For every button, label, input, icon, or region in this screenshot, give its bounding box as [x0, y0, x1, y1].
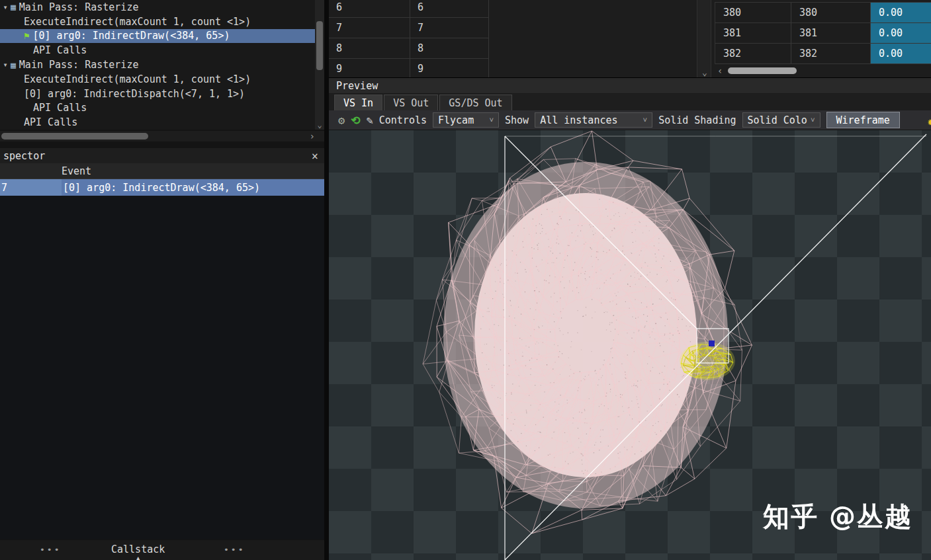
index-cell: 380: [791, 3, 871, 22]
pass-marker-icon: ▦: [11, 60, 16, 70]
event-tree-row-label: Main Pass: Rasterize: [19, 59, 139, 71]
event-tree-row[interactable]: ▾▦Main Pass: Rasterize: [0, 58, 315, 72]
tab-vs-in[interactable]: VS In: [334, 95, 382, 110]
scroll-right-icon[interactable]: ›: [310, 131, 315, 141]
table-cell: 7: [329, 18, 410, 38]
index-cell: 382: [791, 44, 871, 63]
vertex-table-left: 66778899: [329, 0, 489, 78]
index-cell: 380: [715, 3, 791, 22]
settings-gear-icon[interactable]: ⚙: [338, 110, 345, 130]
index-cell: 381: [791, 23, 871, 43]
inspector-selected-row[interactable]: 7 [0] arg0: IndirectDraw(<384, 65>): [0, 179, 324, 196]
chevron-down-icon: ˅: [808, 116, 815, 124]
table-row[interactable]: 3803800.00: [715, 3, 931, 23]
controls-dropdown[interactable]: Flycam ˅: [433, 112, 499, 128]
value-cell: 0.00: [871, 44, 931, 63]
event-tree: ▾▦Main Pass: RasterizeExecuteIndirect(ma…: [0, 0, 315, 130]
table-row[interactable]: 88: [329, 38, 488, 59]
tab-callstack[interactable]: Callstack: [111, 543, 165, 555]
event-tree-row[interactable]: API Calls: [0, 43, 315, 58]
preview-panel-title: Preview: [329, 78, 931, 94]
table-vscrollbar[interactable]: ⌄: [697, 0, 711, 78]
event-tree-row-label: Main Pass: Rasterize: [19, 1, 139, 13]
preview-title-text: Preview: [336, 80, 378, 92]
value-cell: 0.00: [871, 3, 931, 22]
table-cell: 8: [329, 38, 410, 58]
mesh-viewer-panel: 66778899 ⌄ 3803800.003813810.003823820.0…: [329, 0, 931, 560]
shading-dropdown[interactable]: Solid Colo ˅: [742, 112, 820, 128]
event-tree-row-label: [0] arg0: IndirectDispatch(<7, 1, 1>): [24, 88, 245, 100]
shading-label: Solid Shading: [658, 114, 736, 126]
scrollbar-thumb[interactable]: [728, 67, 797, 74]
current-event-flag-icon: ⚑: [24, 30, 29, 41]
inspector-title: spector: [3, 150, 45, 162]
value-cell: 0.00: [871, 23, 931, 43]
event-tree-hscrollbar[interactable]: ›: [0, 131, 324, 141]
show-label: Show: [505, 114, 529, 126]
dock-up-arrow-icon: ▲: [136, 555, 140, 560]
watermark-text: 知乎 @丛越: [763, 499, 912, 535]
inspector-title-bar: spector ×: [0, 148, 324, 163]
dock-tab-bar: ••• Callstack ▲ •••: [0, 540, 324, 560]
inspector-header-row: Event: [0, 163, 324, 179]
tab-vs-out[interactable]: VS Out: [384, 95, 438, 110]
index-cell: 381: [715, 23, 791, 43]
event-tree-row[interactable]: [0] arg0: IndirectDispatch(<7, 1, 1>): [0, 87, 315, 101]
event-tree-row[interactable]: ▾▦Main Pass: Rasterize: [0, 0, 315, 15]
event-eid: 7: [0, 179, 62, 196]
event-tree-row[interactable]: ExecuteIndirect(maxCount 1, count <1>): [0, 15, 315, 29]
scroll-left-icon[interactable]: ‹: [717, 65, 723, 76]
table-cell: 6: [329, 0, 410, 17]
reset-camera-icon[interactable]: ⟲: [351, 110, 360, 130]
table-cell: 9: [410, 59, 488, 78]
event-tree-vscrollbar[interactable]: ⌄: [315, 0, 324, 130]
scroll-down-icon[interactable]: ⌄: [315, 120, 324, 130]
tree-expand-icon: ▾: [0, 3, 11, 12]
table-row[interactable]: 3813810.00: [715, 23, 931, 44]
pick-element-icon[interactable]: ✎: [367, 110, 373, 130]
show-dropdown[interactable]: All instances ˅: [535, 112, 652, 128]
table-row[interactable]: 3823820.00: [715, 44, 931, 64]
wireframe-toggle-button[interactable]: Wireframe: [826, 112, 900, 128]
preview-viewport[interactable]: 知乎 @丛越: [329, 130, 931, 560]
star-icon[interactable]: ✹: [928, 114, 931, 128]
panel-splitter[interactable]: [324, 0, 329, 560]
scroll-down-icon[interactable]: ⌄: [697, 67, 712, 77]
event-label: [0] arg0: IndirectDraw(<384, 65>): [62, 182, 260, 194]
event-tree-row-label: ExecuteIndirect(maxCount 1, count <1>): [24, 73, 251, 85]
table-row[interactable]: 99: [329, 59, 488, 78]
event-column-header: Event: [62, 165, 91, 177]
index-cell: 382: [715, 44, 791, 63]
tree-expand-icon: ▾: [0, 60, 11, 69]
mesh-preview-canvas[interactable]: [329, 130, 931, 560]
event-tree-row[interactable]: ⚑[0] arg0: IndirectDraw(<384, 65>): [0, 29, 315, 44]
buffer-tables: 66778899 ⌄ 3803800.003813810.003823820.0…: [329, 0, 931, 78]
vertex-table-right: 3803800.003813810.003823820.00: [715, 2, 931, 64]
table-row[interactable]: 77: [329, 18, 488, 38]
event-tree-row-label: [0] arg0: IndirectDraw(<384, 65>): [32, 30, 230, 42]
controls-dropdown-value: Flycam: [438, 114, 474, 126]
dock-handle-dots[interactable]: •••: [40, 545, 61, 555]
table-cell: 7: [410, 18, 488, 38]
tab-gs-ds-out[interactable]: GS/DS Out: [439, 95, 511, 110]
dock-handle-dots[interactable]: •••: [224, 545, 245, 555]
preview-toolbar: ⚙ ⟲ ✎ Controls Flycam ˅ Show All instanc…: [329, 110, 931, 130]
table-hscrollbar[interactable]: ‹: [715, 65, 931, 76]
table-cell: 9: [329, 59, 410, 78]
table-row[interactable]: 66: [329, 0, 488, 18]
table-cell: 6: [410, 0, 488, 17]
scrollbar-thumb[interactable]: [316, 21, 323, 70]
controls-label: Controls: [379, 114, 427, 126]
event-tree-row[interactable]: API Calls: [0, 101, 315, 116]
close-icon[interactable]: ×: [312, 149, 318, 163]
preview-tabs: VS InVS OutGS/DS Out: [329, 94, 931, 110]
event-tree-row[interactable]: API Calls: [0, 115, 315, 130]
event-tree-row-label: API Calls: [33, 102, 87, 114]
show-dropdown-value: All instances: [540, 114, 617, 126]
event-tree-row[interactable]: ExecuteIndirect(maxCount 1, count <1>): [0, 72, 315, 87]
chevron-down-icon: ˅: [486, 116, 494, 124]
chevron-down-icon: ˅: [641, 116, 648, 124]
event-tree-row-label: API Calls: [33, 44, 87, 56]
event-inspector-panel: spector × Event 7 [0] arg0: IndirectDraw…: [0, 148, 324, 540]
scrollbar-thumb[interactable]: [1, 133, 148, 140]
